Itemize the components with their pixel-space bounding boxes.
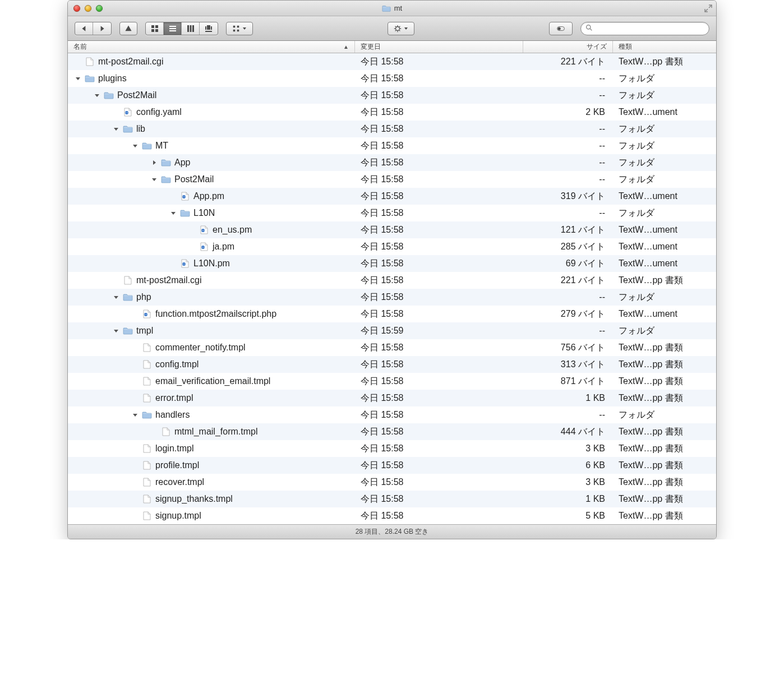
file-row[interactable]: ja.pm今日 15:58285 バイトTextW…ument (68, 238, 716, 255)
file-row[interactable]: commenter_notify.tmpl今日 15:58756 バイトText… (68, 339, 716, 356)
disclosure-triangle-icon[interactable] (132, 412, 139, 418)
file-row[interactable]: signup.tmpl今日 15:585 KBTextW…pp 書類 (68, 507, 716, 524)
disclosure-triangle-icon[interactable] (170, 210, 177, 216)
close-button[interactable] (73, 5, 80, 12)
file-name: recover.tmpl (155, 477, 204, 487)
file-row[interactable]: handlers今日 15:58--フォルダ (68, 406, 716, 423)
fullscreen-icon[interactable] (704, 4, 713, 13)
zoom-button[interactable] (96, 5, 103, 12)
file-kind: TextW…pp 書類 (613, 477, 716, 488)
file-name: commenter_notify.tmpl (155, 343, 246, 353)
disclosure-triangle-icon[interactable] (113, 126, 119, 132)
svg-rect-8 (187, 25, 189, 32)
forward-button[interactable] (93, 22, 111, 35)
file-kind: フォルダ (613, 90, 716, 101)
disclosure-triangle-icon[interactable] (113, 294, 119, 301)
file-name: MT (155, 141, 168, 151)
share-toggle-button[interactable] (549, 22, 573, 35)
doc-icon (142, 394, 152, 403)
disclosure-triangle-icon[interactable] (151, 176, 158, 183)
file-row[interactable]: MT今日 15:58--フォルダ (68, 137, 716, 154)
column-kind[interactable]: 種類 (613, 41, 716, 53)
file-row[interactable]: profile.tmpl今日 15:586 KBTextW…pp 書類 (68, 457, 716, 474)
file-kind: TextW…ument (613, 225, 716, 235)
svg-rect-9 (190, 25, 191, 32)
file-size: -- (523, 158, 613, 168)
action-button[interactable] (388, 22, 414, 35)
file-row[interactable]: php今日 15:58--フォルダ (68, 289, 716, 306)
svg-rect-17 (233, 29, 236, 31)
file-size: 2 KB (523, 107, 613, 117)
file-row[interactable]: error.tmpl今日 15:581 KBTextW…pp 書類 (68, 390, 716, 406)
search-input[interactable] (596, 24, 704, 33)
disclosure-triangle-icon[interactable] (132, 142, 139, 149)
file-row[interactable]: L10N今日 15:58--フォルダ (68, 205, 716, 221)
file-row[interactable]: Post2Mail今日 15:58--フォルダ (68, 171, 716, 188)
file-size: 756 バイト (523, 342, 613, 354)
disclosure-triangle-icon[interactable] (151, 159, 158, 166)
svg-rect-15 (233, 25, 236, 27)
file-row[interactable]: lib今日 15:58--フォルダ (68, 121, 716, 137)
file-date: 今日 15:58 (355, 493, 523, 505)
list-view-button[interactable] (164, 22, 182, 35)
code-icon (180, 259, 190, 268)
file-row[interactable]: config.yaml今日 15:582 KBTextW…ument (68, 104, 716, 121)
file-size: 69 バイト (523, 258, 613, 270)
file-size: 279 バイト (523, 308, 613, 320)
file-kind: TextW…ument (613, 107, 716, 117)
titlebar[interactable]: mt (68, 1, 716, 16)
folder-icon (85, 74, 95, 83)
file-row[interactable]: mt-post2mail.cgi今日 15:58221 バイトTextW…pp … (68, 53, 716, 70)
file-date: 今日 15:58 (355, 123, 523, 135)
column-view-button[interactable] (182, 22, 200, 35)
column-header: 名前 ▲ 変更日 サイズ 種類 (68, 41, 716, 53)
file-row[interactable]: plugins今日 15:58--フォルダ (68, 70, 716, 87)
file-size: 221 バイト (523, 275, 613, 287)
file-row[interactable]: App.pm今日 15:58319 バイトTextW…ument (68, 188, 716, 205)
icon-view-button[interactable] (146, 22, 164, 35)
disclosure-triangle-icon[interactable] (113, 327, 119, 334)
file-list[interactable]: mt-post2mail.cgi今日 15:58221 バイトTextW…pp … (68, 53, 716, 524)
column-size[interactable]: サイズ (523, 41, 613, 53)
disclosure-triangle-icon[interactable] (94, 92, 100, 99)
file-row[interactable]: email_verification_email.tmpl今日 15:58871… (68, 373, 716, 390)
file-row[interactable]: tmpl今日 15:59--フォルダ (68, 322, 716, 339)
file-row[interactable]: App今日 15:58--フォルダ (68, 154, 716, 171)
file-name: mt-post2mail.cgi (98, 57, 163, 67)
code-icon (123, 108, 133, 117)
folder-icon (104, 91, 114, 100)
file-date: 今日 15:58 (355, 409, 523, 421)
file-row[interactable]: config.tmpl今日 15:58313 バイトTextW…pp 書類 (68, 356, 716, 373)
svg-point-19 (396, 26, 400, 30)
file-row[interactable]: mt-post2mail.cgi今日 15:58221 バイトTextW…pp … (68, 272, 716, 289)
path-button[interactable] (119, 22, 137, 35)
arrange-button[interactable] (226, 22, 253, 35)
folder-icon (161, 158, 171, 167)
file-row[interactable]: signup_thanks.tmpl今日 15:581 KBTextW…pp 書… (68, 491, 716, 507)
search-field[interactable] (580, 22, 709, 35)
column-name[interactable]: 名前 ▲ (68, 41, 355, 53)
svg-rect-1 (151, 25, 154, 28)
window-title: mt (68, 4, 716, 12)
file-kind: フォルダ (613, 174, 716, 186)
file-date: 今日 15:58 (355, 460, 523, 472)
file-size: 6 KB (523, 460, 613, 470)
file-row[interactable]: login.tmpl今日 15:583 KBTextW…pp 書類 (68, 440, 716, 457)
file-row[interactable]: Post2Mail今日 15:58--フォルダ (68, 87, 716, 104)
file-size: -- (523, 410, 613, 420)
file-size: -- (523, 208, 613, 218)
file-row[interactable]: mtml_mail_form.tmpl今日 15:58444 バイトTextW…… (68, 423, 716, 440)
file-name: config.yaml (136, 107, 182, 117)
back-button[interactable] (75, 22, 93, 35)
file-row[interactable]: function.mtpost2mailscript.php今日 15:5827… (68, 306, 716, 322)
coverflow-view-button[interactable] (200, 22, 218, 35)
svg-point-29 (557, 27, 560, 30)
file-row[interactable]: recover.tmpl今日 15:583 KBTextW…pp 書類 (68, 474, 716, 491)
disclosure-triangle-icon[interactable] (75, 75, 81, 82)
minimize-button[interactable] (85, 5, 91, 12)
file-row[interactable]: L10N.pm今日 15:5869 バイトTextW…ument (68, 255, 716, 272)
column-date[interactable]: 変更日 (355, 41, 523, 53)
file-name: login.tmpl (155, 443, 193, 454)
folder-icon (142, 410, 152, 419)
file-row[interactable]: en_us.pm今日 15:58121 バイトTextW…ument (68, 221, 716, 238)
